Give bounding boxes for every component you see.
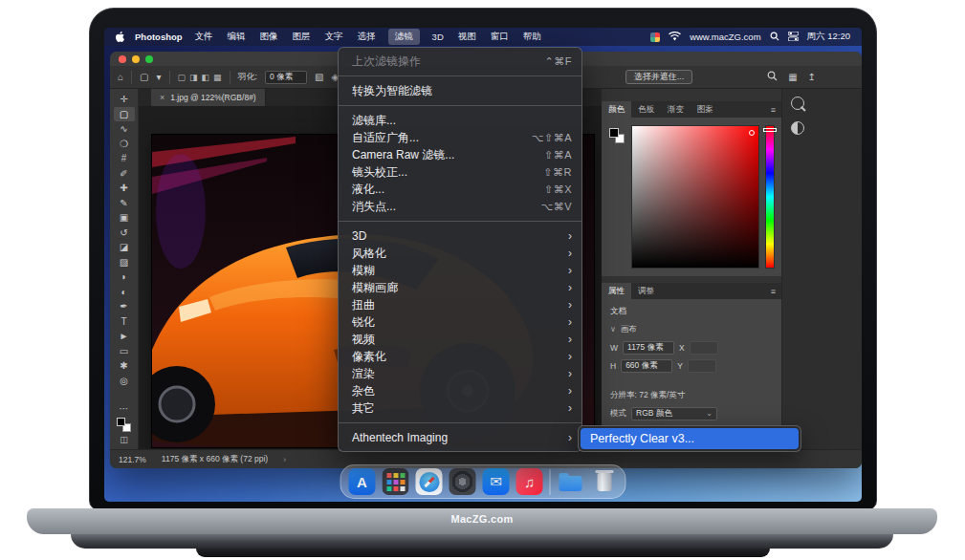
folder-dock-icon[interactable]: [558, 468, 584, 495]
menu-item-vanishing-point[interactable]: 消失点...⌥⌘V: [339, 198, 581, 215]
quick-mask-icon[interactable]: ◫: [120, 435, 128, 444]
section-chevron-icon[interactable]: ∨: [610, 325, 616, 334]
menu-window[interactable]: 窗口: [489, 29, 511, 45]
menubar-clock[interactable]: 周六 12:20: [807, 31, 850, 43]
mail-dock-icon[interactable]: ✉: [483, 468, 510, 495]
move-tool[interactable]: ✛: [114, 92, 135, 107]
tab-swatches[interactable]: 色板: [631, 101, 661, 118]
quick-selection-tool[interactable]: ❍: [114, 137, 135, 152]
control-center-icon[interactable]: [788, 32, 799, 43]
feather-input[interactable]: 0 像素: [265, 71, 307, 84]
menu-item-stylize[interactable]: 风格化›: [339, 245, 581, 262]
apple-menu-icon[interactable]: [116, 32, 124, 42]
menu-item-liquify[interactable]: 液化...⇧⌘X: [339, 181, 581, 198]
menu-item-render[interactable]: 渲染›: [339, 365, 581, 382]
menu-item-pixelate[interactable]: 像素化›: [339, 348, 581, 365]
brush-tool[interactable]: ✎: [114, 196, 135, 211]
menu-item-3d[interactable]: 3D›: [339, 227, 581, 245]
music-dock-icon[interactable]: ♫: [516, 468, 543, 495]
menu-3d[interactable]: 3D: [430, 30, 446, 44]
hue-slider-marker[interactable]: [763, 128, 777, 132]
menu-item-adaptive-wide-angle[interactable]: 自适应广角...⌥⇧⌘A: [339, 129, 581, 146]
menu-file[interactable]: 文件: [193, 29, 215, 45]
zoom-tool[interactable]: ◎: [114, 374, 135, 389]
height-field[interactable]: 660 像素: [621, 359, 672, 373]
gradient-tool[interactable]: ▨: [114, 255, 135, 270]
menu-item-noise[interactable]: 杂色›: [339, 382, 581, 399]
tool-preset-icon[interactable]: ▢: [140, 72, 148, 82]
lasso-tool[interactable]: ∿: [114, 121, 135, 137]
menu-item-lens-correction[interactable]: 镜头校正...⇧⌘R: [339, 163, 581, 181]
tab-properties[interactable]: 属性: [602, 283, 631, 299]
menu-item-blur-gallery[interactable]: 模糊画廊›: [339, 279, 581, 296]
share-icon[interactable]: ↥: [808, 72, 816, 82]
menu-item-blur[interactable]: 模糊›: [339, 262, 581, 279]
foreground-background-swatches[interactable]: [608, 125, 625, 269]
hand-tool[interactable]: ✱: [114, 358, 135, 374]
zoom-level[interactable]: 121.7%: [119, 455, 146, 464]
width-field[interactable]: 1175 像素: [623, 341, 674, 355]
clone-stamp-tool[interactable]: ▣: [114, 210, 135, 226]
app-store-dock-icon[interactable]: A: [349, 468, 376, 495]
edit-toolbar-icon[interactable]: ⋯: [120, 403, 129, 414]
menu-view[interactable]: 视图: [456, 29, 478, 45]
panel-search-icon[interactable]: [791, 97, 804, 110]
tab-patterns[interactable]: 图案: [691, 101, 720, 118]
new-selection-icon[interactable]: ▢: [178, 73, 186, 82]
menu-item-other[interactable]: 其它›: [339, 399, 581, 417]
launchpad-dock-icon[interactable]: [383, 468, 409, 495]
menu-item-sharpen[interactable]: 锐化›: [339, 313, 581, 331]
menubar-app-grid-icon[interactable]: [650, 32, 660, 42]
anti-alias-icon[interactable]: ▧: [315, 72, 323, 82]
safari-dock-icon[interactable]: [416, 468, 443, 495]
panel-menu-icon[interactable]: ≡: [765, 101, 781, 118]
menu-item-convert-smart-filter[interactable]: 转换为智能滤镜: [339, 82, 581, 99]
eyedropper-tool[interactable]: ✐: [114, 166, 135, 182]
foreground-background-swatches[interactable]: [117, 418, 131, 432]
zoom-window-button[interactable]: [145, 55, 153, 63]
tab-adjustments[interactable]: 调整: [631, 283, 661, 299]
path-selection-tool[interactable]: ►: [114, 329, 135, 344]
search-icon[interactable]: [767, 71, 778, 83]
eraser-tool[interactable]: ◪: [114, 240, 135, 255]
subtract-selection-icon[interactable]: ◧: [202, 73, 210, 82]
select-and-mask-button[interactable]: 选择并遮住...: [625, 70, 693, 84]
spotlight-search-icon[interactable]: [770, 32, 779, 43]
add-selection-icon[interactable]: ◨: [189, 73, 198, 82]
marquee-tool[interactable]: ▢: [114, 107, 135, 122]
menu-item-distort[interactable]: 扭曲›: [339, 296, 581, 313]
menu-layer[interactable]: 图层: [291, 29, 313, 45]
trash-dock-icon[interactable]: [591, 468, 618, 495]
history-brush-tool[interactable]: ↺: [114, 226, 135, 241]
menu-image[interactable]: 图像: [258, 29, 280, 45]
blur-tool[interactable]: ◗: [114, 269, 135, 285]
shape-tool[interactable]: ▭: [114, 344, 135, 359]
menubar-app-name[interactable]: Photoshop: [135, 32, 183, 42]
dodge-tool[interactable]: ◐: [114, 285, 135, 300]
menubar-url-text[interactable]: www.macZG.com: [690, 32, 760, 42]
menu-help[interactable]: 帮助: [521, 29, 543, 45]
tab-color[interactable]: 颜色: [602, 101, 631, 118]
settings-dock-icon[interactable]: [450, 468, 476, 495]
tool-preset-caret-icon[interactable]: ▾: [157, 72, 162, 82]
menu-select[interactable]: 选择: [356, 29, 378, 45]
wifi-icon[interactable]: [669, 32, 681, 43]
color-mode-select[interactable]: RGB 颜色 ⌄: [631, 407, 717, 420]
pen-tool[interactable]: ✒: [114, 299, 135, 314]
minimize-window-button[interactable]: [132, 55, 140, 63]
color-picker-marker[interactable]: [749, 130, 755, 136]
tab-gradients[interactable]: 渐变: [661, 101, 691, 118]
intersect-selection-icon[interactable]: ▦: [213, 73, 222, 82]
menu-item-camera-raw[interactable]: Camera Raw 滤镜...⇧⌘A: [339, 146, 581, 163]
crop-tool[interactable]: #: [114, 151, 135, 166]
saturation-brightness-picker[interactable]: [631, 125, 759, 269]
document-tab[interactable]: × 1.jpg @ 122%(RGB/8#): [151, 89, 266, 106]
menu-type[interactable]: 文字: [323, 29, 345, 45]
menu-item-perfectly-clear[interactable]: Perfectly Clear v3...: [581, 428, 799, 449]
home-icon[interactable]: ⌂: [118, 72, 123, 82]
workspace-grid-icon[interactable]: ▦: [788, 72, 797, 82]
menu-item-athentech-imaging[interactable]: Athentech Imaging›: [339, 429, 581, 446]
menu-item-filter-gallery[interactable]: 滤镜库...: [339, 112, 581, 129]
type-tool[interactable]: T: [114, 314, 135, 330]
tab-close-icon[interactable]: ×: [160, 93, 164, 102]
